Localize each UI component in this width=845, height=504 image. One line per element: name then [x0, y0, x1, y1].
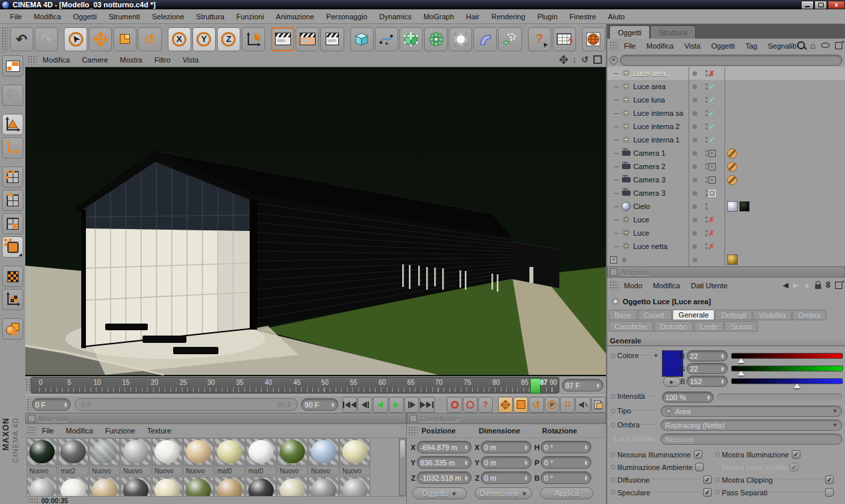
keyframe-circle-icon[interactable]	[715, 490, 720, 495]
lock-icon[interactable]	[815, 284, 821, 289]
layer-dot[interactable]	[693, 71, 697, 76]
material-thumbnail[interactable]	[277, 477, 308, 496]
material-tags[interactable]	[727, 254, 739, 265]
menu-item[interactable]: Animazione	[270, 13, 320, 21]
record-keyframe-button[interactable]	[447, 397, 461, 413]
tab-visibilita[interactable]: Visibilità	[753, 310, 792, 320]
material-name[interactable]: Nuovo	[152, 466, 182, 475]
b-slider-thumb[interactable]	[794, 383, 800, 388]
tab-caustiche[interactable]: Caustiche	[609, 321, 653, 332]
object-row[interactable]: ✳ Luce interna sa ✓	[607, 107, 845, 120]
materials-titlebar[interactable]: Materiali	[25, 413, 406, 424]
visibility-dots[interactable]	[701, 136, 708, 143]
content-browser-button[interactable]	[582, 27, 605, 51]
rotation-p-field[interactable]: 0 °▲▼	[541, 456, 591, 469]
enabled-toggle[interactable]: ✗	[708, 242, 714, 251]
panel-collapse-icon[interactable]	[610, 268, 617, 276]
material-thumbnail[interactable]	[27, 477, 57, 496]
texture-mode-button[interactable]	[2, 266, 23, 287]
redo-button[interactable]: ↷	[35, 27, 58, 51]
material-tag-icon[interactable]	[727, 254, 738, 265]
panel-options-icon[interactable]	[835, 282, 842, 289]
timeline-ruler[interactable]: 0 5 10 15 20 25 30 35 40 45 50 55 60 65 …	[31, 377, 559, 393]
frame-stepper[interactable]: ▲▼	[596, 383, 600, 388]
playhead[interactable]	[530, 378, 541, 393]
keyframe-circle-icon[interactable]	[611, 477, 615, 482]
search-icon[interactable]	[797, 41, 805, 49]
attr-menu-item[interactable]: Dati Utente	[686, 282, 733, 290]
restore-button[interactable]	[814, 1, 827, 9]
start-stepper[interactable]: ▲▼	[63, 402, 67, 407]
material-tag-icon[interactable]	[739, 201, 750, 212]
g-slider[interactable]	[731, 366, 843, 372]
transport-drag-handle[interactable]	[27, 398, 31, 411]
render-settings-button[interactable]	[320, 27, 344, 51]
coordinate-system-button[interactable]	[242, 27, 265, 51]
om-menu-item[interactable]: Vista	[679, 42, 706, 50]
rotation-b-field[interactable]: 0 °▲▼	[541, 471, 591, 484]
material-thumbnail[interactable]	[340, 438, 370, 465]
r-slider[interactable]	[731, 353, 843, 359]
move-tool-button[interactable]	[89, 27, 112, 51]
layer-dot[interactable]	[693, 218, 697, 222]
help-button[interactable]: ?➤	[528, 27, 551, 51]
goto-start-button[interactable]	[342, 397, 357, 413]
material-name[interactable]: Nuovo	[121, 466, 151, 475]
autokey-button[interactable]	[463, 397, 477, 413]
attr-menu-item[interactable]: Modo	[619, 282, 648, 290]
object-row[interactable]: ✳ Luce ✗	[607, 213, 845, 226]
add-deformer-button[interactable]	[473, 27, 497, 51]
viewport-drag-handle[interactable]	[27, 55, 37, 65]
close-button[interactable]: x	[828, 1, 845, 9]
checkbox-mostra-luce-visibile[interactable]: ✓	[790, 463, 798, 471]
tab-oggetti[interactable]: Oggetti	[609, 25, 650, 39]
layer-dot[interactable]	[693, 191, 697, 196]
material-thumbnail[interactable]	[58, 477, 89, 496]
materials-menu-item[interactable]: Texture	[141, 427, 177, 435]
eye-icon[interactable]	[821, 43, 830, 48]
position-y-field[interactable]: 836.335 m▲▼	[417, 456, 471, 469]
layer-dot[interactable]	[693, 231, 697, 236]
tab-base[interactable]: Base	[609, 310, 637, 320]
material-name[interactable]: Nuovo	[308, 466, 339, 475]
scale-tool-button[interactable]	[113, 27, 137, 51]
enabled-toggle[interactable]: ✗	[708, 69, 714, 78]
timeline-drag-handle[interactable]	[25, 378, 30, 392]
home-icon[interactable]: ⌂	[810, 41, 816, 50]
om-menu-item[interactable]: File	[619, 42, 641, 50]
layer-dot[interactable]	[693, 244, 697, 249]
checkbox-nessuna-illuminazione[interactable]: ✓	[694, 450, 703, 459]
coordinates-drag-handle[interactable]	[408, 426, 418, 435]
material-thumbnail[interactable]	[152, 477, 182, 496]
visibility-dots[interactable]	[701, 83, 708, 90]
visibility-dots[interactable]	[701, 123, 708, 130]
keyframe-circle-icon[interactable]	[715, 452, 720, 457]
clear-search-icon[interactable]: ✕	[609, 56, 618, 65]
history-forward-icon[interactable]: ▶	[793, 282, 798, 289]
key-parameter-button[interactable]: P	[545, 397, 559, 413]
menu-item[interactable]: Modifica	[28, 13, 67, 21]
coord-mode-dropdown[interactable]: Oggetto▼	[412, 487, 467, 499]
model-mode-button[interactable]	[2, 114, 23, 135]
menu-item[interactable]: Personaggio	[320, 13, 374, 21]
material-thumbnail[interactable]	[246, 477, 276, 496]
enabled-toggle[interactable]: ✓	[708, 96, 714, 105]
checkbox-mostra-clipping[interactable]: ✓	[825, 475, 834, 484]
minimize-button[interactable]	[801, 1, 814, 9]
material-name[interactable]: mat0	[214, 466, 245, 475]
visibility-dots[interactable]	[701, 230, 708, 236]
viewport-menu-item[interactable]: Vista	[176, 56, 204, 64]
visibility-dots[interactable]	[701, 70, 708, 77]
frame-range-slider[interactable]: 0 F 90 F	[75, 398, 298, 411]
visibility-dots[interactable]	[701, 190, 708, 196]
visibility-dots[interactable]	[701, 203, 708, 210]
attr-menu-item[interactable]: Modifica	[648, 282, 686, 290]
size-mode-dropdown[interactable]: Dimensione▼	[475, 487, 532, 499]
keyframe-selection-button[interactable]: ?	[478, 397, 493, 413]
material-tag-icon[interactable]	[727, 201, 738, 212]
materials-menu-item[interactable]: File	[36, 427, 60, 435]
camera-active-toggle[interactable]	[708, 163, 716, 170]
om-menu-item[interactable]: Segnalib	[762, 42, 802, 50]
sound-button[interactable]	[575, 397, 590, 413]
tab-ombra[interactable]: Ombra	[792, 310, 827, 320]
